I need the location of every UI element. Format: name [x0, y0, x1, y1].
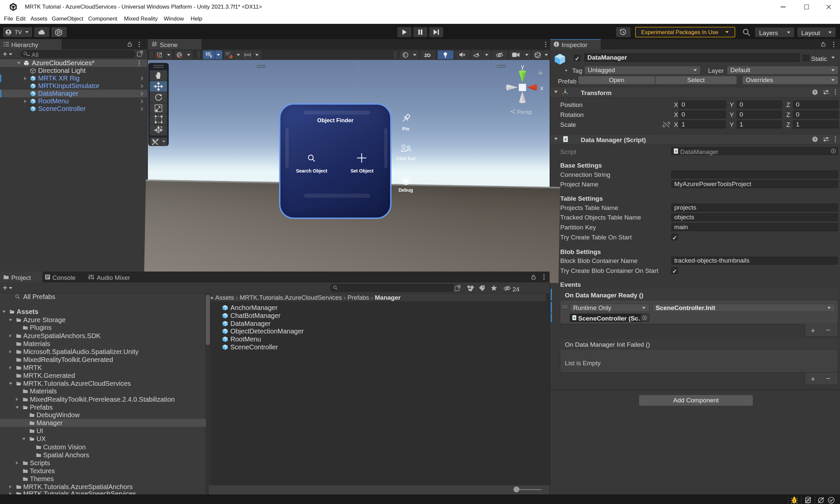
svg-text:!: ! [793, 499, 795, 503]
svg-text:?: ? [814, 138, 816, 141]
svg-text:Y: Y [210, 55, 212, 59]
svg-text:?: ? [814, 90, 816, 94]
